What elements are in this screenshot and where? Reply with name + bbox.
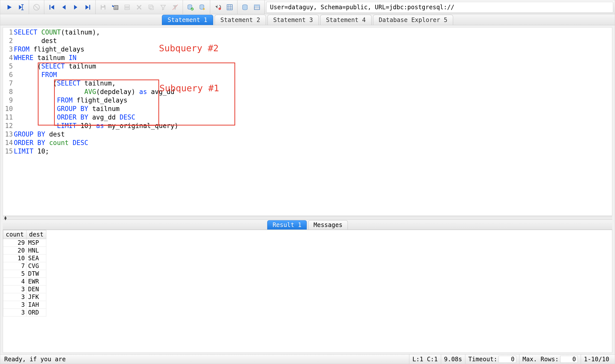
table-row[interactable]: 3ORD xyxy=(3,309,46,316)
cell-count[interactable]: 3 xyxy=(3,309,27,316)
svg-rect-13 xyxy=(125,6,130,8)
db-browse-icon[interactable] xyxy=(239,2,250,13)
toolbar: ! User=dataguy, Schema=public, URL=jdbc:… xyxy=(0,0,615,14)
table-row[interactable]: 20HNL xyxy=(3,247,46,254)
cell-count[interactable]: 3 xyxy=(3,286,27,293)
db-script-icon[interactable] xyxy=(197,2,208,13)
cell-count[interactable]: 20 xyxy=(3,247,27,254)
toolbar-group-edit xyxy=(96,0,183,14)
svg-rect-6 xyxy=(102,8,105,10)
cell-count[interactable]: 3 xyxy=(3,293,27,301)
maxrows-input[interactable] xyxy=(560,356,578,363)
cell-dest[interactable]: MSP xyxy=(27,239,46,247)
code-line[interactable]: ORDER BY avg_dd DESC xyxy=(14,113,612,122)
run-cursor-icon[interactable] xyxy=(16,2,27,13)
code-line[interactable]: LIMIT 10; xyxy=(14,147,612,156)
next-icon[interactable] xyxy=(70,2,81,13)
status-exec-time: 9.08s xyxy=(441,354,465,364)
save-icon[interactable] xyxy=(98,2,109,13)
db-exec-icon[interactable] xyxy=(185,2,196,13)
code-line[interactable]: AVG(depdelay) as avg_dd xyxy=(14,88,612,96)
cell-dest[interactable]: DTW xyxy=(27,270,46,278)
tab-statement[interactable]: Statement 2 xyxy=(215,15,266,25)
sql-editor[interactable]: 123456789101112131415 SELECT COUNT(tailn… xyxy=(3,28,612,216)
table-row[interactable]: 5DTW xyxy=(3,270,46,278)
tab-statement[interactable]: Database Explorer 5 xyxy=(373,15,453,25)
cell-count[interactable]: 3 xyxy=(3,301,27,309)
svg-rect-3 xyxy=(50,5,51,10)
code-line[interactable]: FROM flight_delays xyxy=(14,96,612,104)
status-maxrows: Max. Rows: xyxy=(519,354,581,364)
cell-dest[interactable]: DEN xyxy=(27,286,46,293)
table-row[interactable]: 4EWR xyxy=(3,278,46,286)
code-line[interactable]: ORDER BY count DESC xyxy=(14,138,612,147)
stop-icon[interactable] xyxy=(31,2,42,13)
results-table[interactable]: countdest29MSP20HNL10SEA7CVG5DTW4EWR3DEN… xyxy=(3,230,46,316)
table-row[interactable]: 29MSP xyxy=(3,239,46,247)
code-line[interactable]: dest xyxy=(14,36,612,45)
db-result-icon[interactable] xyxy=(251,2,262,13)
cell-count[interactable]: 5 xyxy=(3,270,27,278)
table-row[interactable]: 7CVG xyxy=(3,262,46,270)
db-rollback-icon[interactable]: ! xyxy=(212,2,223,13)
cell-dest[interactable]: CVG xyxy=(27,262,46,270)
cell-dest[interactable]: HNL xyxy=(27,247,46,254)
cell-count[interactable]: 7 xyxy=(3,262,27,270)
prev-icon[interactable] xyxy=(58,2,69,13)
cell-dest[interactable]: JFK xyxy=(27,293,46,301)
table-row[interactable]: 3IAH xyxy=(3,301,46,309)
code-line[interactable]: (SELECT tailnum xyxy=(14,62,612,70)
cell-dest[interactable]: ORD xyxy=(27,309,46,316)
filter-icon[interactable] xyxy=(158,2,169,13)
cell-dest[interactable]: SEA xyxy=(27,254,46,262)
db-columns-icon[interactable] xyxy=(224,2,235,13)
code-line[interactable]: (SELECT tailnum, xyxy=(14,79,612,88)
status-timeout-label: Timeout: xyxy=(468,356,497,363)
clear-filter-icon[interactable] xyxy=(170,2,181,13)
splitter-arrows-icon: ▲▼ xyxy=(4,216,7,220)
code-line[interactable]: FROM flight_delays xyxy=(14,45,612,54)
tab-result[interactable]: Result 1 xyxy=(267,220,307,230)
table-row[interactable]: 3JFK xyxy=(3,293,46,301)
code-line[interactable]: LIMIT 10) as my_original_query) xyxy=(14,122,612,130)
cell-dest[interactable]: EWR xyxy=(27,278,46,286)
svg-rect-7 xyxy=(114,6,118,10)
result-tabs: Result 1Messages xyxy=(266,220,348,230)
tab-result[interactable]: Messages xyxy=(308,220,348,230)
run-icon[interactable] xyxy=(4,2,15,13)
copy-row-icon[interactable] xyxy=(146,2,157,13)
splitter[interactable]: ▲▼ xyxy=(3,216,612,220)
svg-rect-19 xyxy=(150,6,153,10)
cell-count[interactable]: 10 xyxy=(3,254,27,262)
toolbar-group-nav xyxy=(44,0,96,14)
tab-statement[interactable]: Statement 1 xyxy=(162,15,213,25)
table-row[interactable]: 10SEA xyxy=(3,254,46,262)
svg-line-2 xyxy=(35,6,38,9)
cell-count[interactable]: 4 xyxy=(3,278,27,286)
app-root: ! User=dataguy, Schema=public, URL=jdbc:… xyxy=(0,0,615,364)
tab-statement[interactable]: Statement 4 xyxy=(320,15,372,25)
svg-rect-0 xyxy=(22,5,23,10)
toolbar-group-stop xyxy=(29,0,44,14)
code-line[interactable]: GROUP BY tailnum xyxy=(14,104,612,113)
table-row[interactable]: 3DEN xyxy=(3,286,46,293)
add-row-icon[interactable] xyxy=(110,2,121,13)
code-area[interactable]: SELECT COUNT(tailnum), destFROM flight_d… xyxy=(14,28,612,216)
results-panel[interactable]: countdest29MSP20HNL10SEA7CVG5DTW4EWR3DEN… xyxy=(3,230,612,353)
first-icon[interactable] xyxy=(46,2,57,13)
cell-dest[interactable]: IAH xyxy=(27,301,46,309)
tab-statement[interactable]: Statement 3 xyxy=(267,15,319,25)
timeout-input[interactable] xyxy=(499,356,516,363)
code-line[interactable]: FROM xyxy=(14,70,612,79)
code-line[interactable]: WHERE tailnum IN xyxy=(14,54,612,62)
code-line[interactable]: SELECT COUNT(tailnum), xyxy=(14,28,612,36)
column-header[interactable]: dest xyxy=(27,230,46,239)
delete-row-icon[interactable] xyxy=(134,2,145,13)
toolbar-group-db3 xyxy=(237,0,265,14)
insert-row-icon[interactable] xyxy=(122,2,133,13)
column-header[interactable]: count xyxy=(3,230,27,239)
last-icon[interactable] xyxy=(82,2,93,13)
toolbar-group-db2: ! xyxy=(210,0,237,14)
cell-count[interactable]: 29 xyxy=(3,239,27,247)
code-line[interactable]: GROUP BY dest xyxy=(14,130,612,138)
